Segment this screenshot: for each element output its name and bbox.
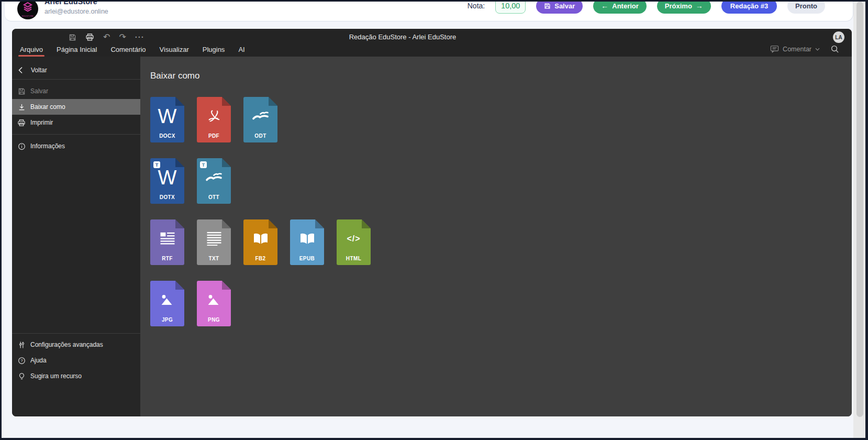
edustore-logo-text: EDUSTORE — [22, 15, 34, 17]
help-icon: ? — [17, 356, 26, 365]
format-label: FB2 — [243, 256, 277, 261]
file-menu-item-label: Configurações avançadas — [30, 341, 103, 348]
format-ott[interactable]: TOTT — [197, 158, 231, 204]
format-label: PDF — [197, 133, 231, 139]
tab-visualizar[interactable]: Visualizar — [153, 42, 196, 57]
format-row: TWDOTXTOTT — [150, 158, 852, 204]
file-menu-sidebar: Voltar SalvarBaixar comoImprimir Informa… — [12, 57, 140, 416]
status-badge[interactable]: Pronto — [787, 2, 825, 14]
previous-button[interactable]: ← Anterior — [593, 2, 647, 14]
chevron-left-icon — [18, 67, 23, 74]
format-label: OTT — [197, 194, 231, 200]
format-txt[interactable]: TXT — [197, 219, 231, 265]
document-title: Redação EduStore - Arlei EduStore — [12, 33, 793, 41]
comment-label[interactable]: Comentar — [783, 46, 811, 53]
format-png[interactable]: PNG — [197, 281, 231, 326]
format-rtf[interactable]: RTF — [150, 219, 184, 265]
comment-icon[interactable] — [770, 45, 779, 53]
template-badge: T — [200, 161, 207, 168]
tab-arquivo[interactable]: Arquivo — [13, 42, 50, 57]
format-odt[interactable]: ODT — [243, 97, 277, 142]
back-button[interactable]: Voltar — [12, 61, 140, 79]
tab-coment-rio[interactable]: Comentário — [104, 42, 152, 57]
user-email: arlei@edustore.online — [44, 8, 108, 15]
collaborator-avatar[interactable]: LA — [833, 31, 844, 43]
printer-icon — [17, 118, 26, 127]
tab-ai[interactable]: AI — [231, 42, 251, 57]
file-menu-item-label: Ajuda — [30, 357, 47, 364]
gulls-icon — [243, 102, 277, 130]
info-icon — [17, 141, 26, 151]
format-fb2[interactable]: FB2 — [243, 219, 277, 265]
sliders-icon — [17, 340, 26, 349]
tab-p-gina-inicial[interactable]: Página Inicial — [50, 42, 104, 57]
file-menu-item-configura-es-avan-adas[interactable]: Configurações avançadas — [12, 337, 140, 353]
arrow-left-icon: ← — [601, 2, 608, 10]
richtext-icon — [150, 225, 184, 252]
format-row: RTFTXTFB2EPUB</>HTML — [150, 219, 852, 265]
file-menu-item-informa-es[interactable]: Informações — [12, 138, 140, 154]
floppy-icon — [544, 3, 551, 9]
grade-input[interactable] — [495, 2, 526, 14]
format-label: DOCX — [150, 133, 184, 139]
plaintext-icon — [197, 225, 231, 252]
format-jpg[interactable]: JPG — [150, 281, 184, 326]
file-menu-item-label: Informações — [30, 142, 65, 150]
panel-heading: Baixar como — [150, 71, 852, 81]
top-bar-actions: Nota: Salvar ← Anterior Próximo → Redaçã… — [468, 2, 825, 14]
format-label: RTF — [150, 256, 184, 261]
download-as-panel: Baixar como WDOCXPDFODTTWDOTXTOTTRTFTXTF… — [140, 57, 852, 416]
user-avatar: EDUSTORE — [17, 2, 38, 19]
tab-plugins[interactable]: Plugins — [196, 42, 232, 57]
format-label: HTML — [337, 256, 371, 261]
file-menu-group-info: Informações — [12, 135, 140, 158]
next-button[interactable]: Próximo → — [657, 2, 711, 14]
book-icon — [290, 225, 324, 252]
download-icon — [17, 102, 26, 112]
format-label: TXT — [197, 256, 231, 261]
word-icon: W — [150, 102, 184, 130]
editor-header-right: Comentar — [770, 45, 839, 53]
file-menu-group-main: SalvarBaixar comoImprimir — [12, 80, 140, 134]
format-row: WDOCXPDFODT — [150, 97, 852, 142]
arrow-right-icon: → — [696, 2, 703, 10]
book-icon — [243, 225, 277, 252]
format-html[interactable]: </>HTML — [337, 219, 371, 265]
edustore-logo-icon — [21, 2, 35, 16]
page-scrollbar-track[interactable] — [853, 2, 865, 438]
file-menu-footer: Configurações avançadas?AjudaSugira um r… — [12, 334, 140, 416]
editor-header: ↶↷··· Redação EduStore - Arlei EduStore … — [12, 29, 852, 57]
format-label: EPUB — [290, 256, 324, 261]
template-badge: T — [153, 161, 160, 168]
save-button[interactable]: Salvar — [536, 2, 583, 14]
format-label: DOTX — [150, 194, 184, 200]
image-icon — [150, 286, 184, 314]
file-menu-item-salvar[interactable]: Salvar — [12, 83, 140, 99]
user-name: Arlei EduStore — [44, 2, 97, 6]
format-pdf[interactable]: PDF — [197, 97, 231, 142]
format-epub[interactable]: EPUB — [290, 219, 324, 265]
format-dotx[interactable]: TWDOTX — [150, 158, 184, 204]
file-menu-item-label: Sugira um recurso — [30, 372, 82, 380]
search-icon[interactable] — [830, 45, 839, 53]
editor-tabs: ArquivoPágina InicialComentárioVisualiza… — [13, 42, 252, 57]
top-bar: EDUSTORE Arlei EduStore arlei@edustore.o… — [4, 2, 853, 21]
svg-text:?: ? — [20, 358, 23, 363]
format-grid: WDOCXPDFODTTWDOTXTOTTRTFTXTFB2EPUB</>HTM… — [150, 97, 852, 326]
file-menu-item-ajuda[interactable]: ?Ajuda — [12, 353, 140, 368]
assignment-button[interactable]: Redação #3 — [721, 2, 777, 14]
file-menu-item-sugira-um-recurso[interactable]: Sugira um recurso — [12, 368, 140, 384]
page-scrollbar-thumb[interactable] — [856, 2, 863, 417]
bulb-icon — [17, 371, 26, 381]
file-menu-item-label: Imprimir — [30, 119, 53, 126]
format-docx[interactable]: WDOCX — [150, 97, 184, 142]
back-label: Voltar — [31, 67, 47, 74]
file-menu-item-label: Salvar — [30, 87, 48, 95]
file-menu-item-imprimir[interactable]: Imprimir — [12, 115, 140, 130]
acrobat-icon — [197, 102, 231, 130]
sidebar-spacer — [12, 158, 140, 333]
format-row: JPGPNG — [150, 281, 852, 326]
chevron-down-icon[interactable] — [815, 48, 820, 51]
file-menu-item-baixar-como[interactable]: Baixar como — [12, 99, 140, 115]
save-icon — [17, 86, 26, 96]
